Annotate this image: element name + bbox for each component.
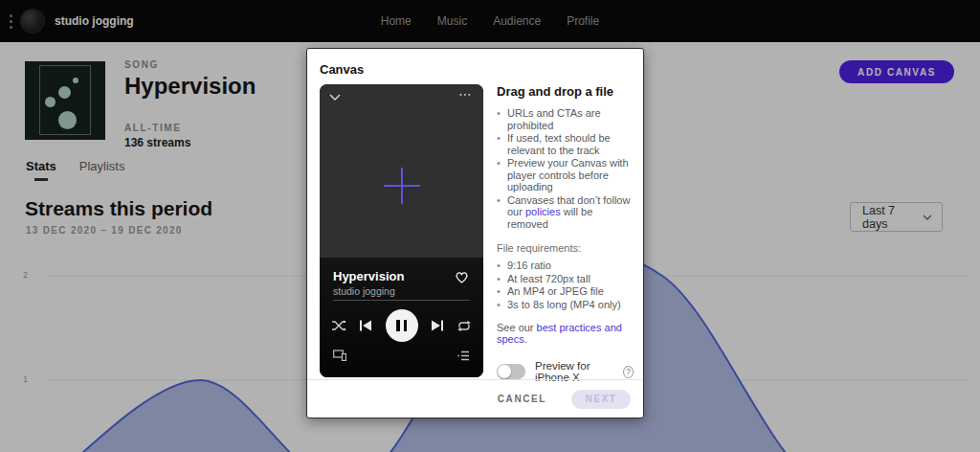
next-track-icon[interactable]	[431, 319, 444, 332]
add-canvas-plus-icon[interactable]	[382, 166, 422, 206]
canvas-preview-phone: ⋯ Hypervision studio jogging	[320, 84, 483, 377]
pause-button[interactable]	[386, 309, 418, 342]
player-artist: studio jogging	[333, 285, 404, 297]
heart-icon[interactable]	[454, 269, 470, 284]
devices-icon[interactable]	[333, 350, 346, 361]
cancel-button[interactable]: CANCEL	[498, 394, 546, 404]
previous-track-icon[interactable]	[359, 319, 372, 332]
upload-instructions: Drag and drop a file URLs and CTAs are p…	[497, 84, 634, 383]
collapse-chevron-icon[interactable]	[329, 94, 341, 101]
player-preview: Hypervision studio jogging	[320, 258, 483, 377]
modal-title: Canvas	[320, 62, 643, 77]
canvas-drop-area[interactable]: ⋯	[320, 84, 483, 258]
requirement-item: 9:16 ratio	[497, 260, 634, 272]
policies-link[interactable]: policies	[525, 206, 561, 217]
requirement-item: An MP4 or JPEG file	[497, 285, 634, 298]
progress-bar[interactable]	[333, 300, 470, 301]
file-requirements-list: 9:16 ratio At least 720px tall An MP4 or…	[497, 260, 634, 310]
next-button[interactable]: NEXT	[571, 390, 631, 409]
shuffle-icon[interactable]	[331, 320, 346, 331]
rule-item: Canvases that don’t follow our policies …	[497, 194, 634, 231]
iphone-preview-toggle[interactable]	[497, 364, 525, 379]
canvas-rules-list: URLs and CTAs are prohibited If used, te…	[497, 107, 634, 230]
best-practices-line: See our best practices and specs.	[497, 322, 634, 345]
more-options-icon[interactable]: ⋯	[458, 86, 473, 102]
canvas-modal: Canvas ⋯ Hypervision studio jogging	[306, 48, 644, 418]
help-icon[interactable]: ?	[623, 366, 634, 378]
page: studio jogging Home Music Audience Profi…	[0, 0, 980, 452]
rule-item: If used, text should be relevant to the …	[497, 132, 634, 156]
repeat-icon[interactable]	[457, 320, 472, 332]
rule-item: Preview your Canvas with player controls…	[497, 157, 634, 193]
requirement-item: At least 720px tall	[497, 273, 634, 285]
player-bottom-row	[333, 350, 470, 361]
file-requirements-label: File requirements:	[497, 242, 634, 254]
modal-footer: CANCEL NEXT	[307, 379, 643, 418]
rule-item: URLs and CTAs are prohibited	[497, 107, 634, 131]
queue-icon[interactable]	[457, 350, 470, 361]
drop-heading: Drag and drop a file	[497, 84, 634, 99]
player-controls	[331, 309, 472, 342]
requirement-item: 3s to 8s long (MP4 only)	[497, 299, 634, 311]
player-track-title: Hypervision	[333, 269, 404, 283]
